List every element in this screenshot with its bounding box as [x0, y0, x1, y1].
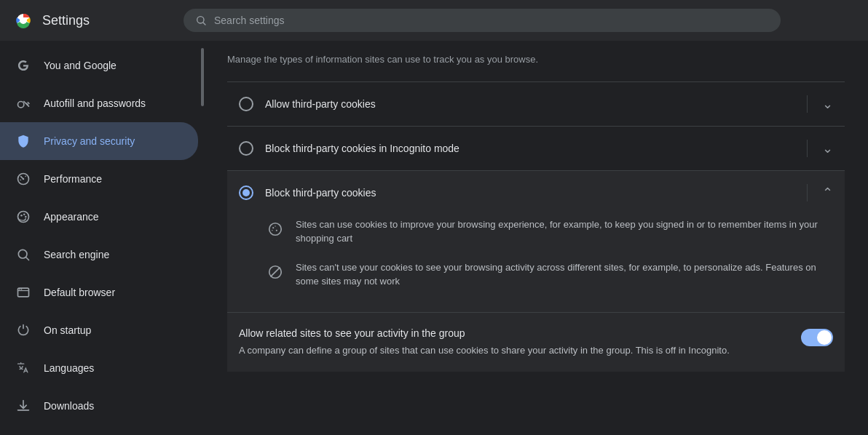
search-icon	[195, 15, 207, 26]
svg-line-12	[26, 258, 29, 260]
sidebar-label-default-browser: Default browser	[44, 287, 115, 298]
power-icon	[15, 322, 32, 339]
browser-icon	[15, 284, 32, 301]
svg-point-4	[18, 102, 24, 108]
chevron-down-icon: ⌄	[822, 96, 833, 112]
sidebar-label-on-startup: On startup	[44, 324, 91, 336]
shield-icon	[15, 132, 32, 150]
chevron-down-icon-2: ⌄	[822, 140, 833, 156]
sidebar-item-default-browser[interactable]: Default browser	[0, 274, 198, 311]
expanded-text-2: Sites can't use your cookies to see your…	[296, 260, 833, 289]
sidebar-label-downloads: Downloads	[44, 400, 94, 412]
topbar: Settings	[0, 0, 868, 41]
sidebar-item-performance[interactable]: Performance	[0, 160, 198, 198]
sidebar-label-search-engine: Search engine	[44, 249, 109, 260]
toggle-knob	[817, 330, 832, 345]
cookie-options: Allow third-party cookies ⌄ Block third-…	[227, 81, 845, 312]
activity-desc: A company can define a group of sites th…	[239, 343, 789, 358]
radio-allow[interactable]	[239, 97, 253, 111]
svg-line-23	[271, 268, 280, 276]
scrollbar-thumb	[201, 48, 204, 106]
cookie-option-allow[interactable]: Allow third-party cookies ⌄	[227, 81, 845, 127]
svg-point-10	[25, 216, 27, 218]
sidebar-item-on-startup[interactable]: On startup	[0, 311, 198, 349]
key-icon	[15, 95, 32, 112]
cookie-option-block-all[interactable]: Block third-party cookies ⌃	[227, 171, 845, 312]
activity-section: Allow related sites to see your activity…	[227, 312, 845, 372]
sidebar-item-autofill-and-passwords[interactable]: Autofill and passwords	[0, 84, 198, 122]
svg-point-18	[272, 227, 274, 228]
cookie-option-block-header: Block third-party cookies ⌃	[239, 184, 833, 201]
expanded-item-2: Sites can't use your cookies to see your…	[265, 253, 833, 296]
sidebar-item-you-and-google[interactable]: You and Google	[0, 47, 198, 84]
svg-point-8	[20, 215, 23, 217]
option-label-block-all: Block third-party cookies	[265, 187, 798, 199]
activity-text-block: Allow related sites to see your activity…	[239, 327, 789, 358]
content-inner: Manage the types of information sites ca…	[204, 41, 868, 395]
gauge-icon	[15, 170, 32, 188]
svg-point-16	[21, 289, 23, 290]
main-layout: You and Google Autofill and passwords	[0, 41, 868, 435]
sidebar-item-downloads[interactable]: Downloads	[0, 387, 198, 425]
expanded-text-1: Sites can use cookies to improve your br…	[296, 218, 833, 246]
expanded-content: Sites can use cookies to improve your br…	[239, 201, 833, 299]
option-label-block-incognito: Block third-party cookies in Incognito m…	[265, 143, 798, 154]
svg-point-21	[272, 230, 272, 231]
settings-title: Settings	[42, 13, 90, 28]
search-input[interactable]	[214, 15, 769, 26]
sidebar-label-performance: Performance	[44, 173, 102, 185]
svg-point-17	[269, 223, 282, 235]
palette-icon	[15, 208, 32, 226]
logo-area: Settings	[12, 9, 172, 32]
sidebar-label-privacy: Privacy and security	[44, 135, 135, 147]
sidebar-label-languages: Languages	[44, 362, 94, 374]
cookie-option-block-incognito[interactable]: Block third-party cookies in Incognito m…	[227, 127, 845, 171]
radio-inner	[242, 189, 250, 196]
cookie-option-allow-header: Allow third-party cookies ⌄	[239, 95, 833, 113]
manage-text: Manage the types of information sites ca…	[227, 52, 845, 67]
google-icon	[15, 57, 32, 74]
block-icon	[265, 262, 285, 282]
sidebar-item-search-engine[interactable]: Search engine	[0, 236, 198, 274]
radio-block-all[interactable]	[239, 185, 253, 200]
divider-3	[807, 184, 808, 201]
sidebar-label-autofill: Autofill and passwords	[44, 97, 146, 109]
divider-2	[807, 140, 808, 157]
option-label-allow: Allow third-party cookies	[265, 98, 798, 110]
activity-title: Allow related sites to see your activity…	[239, 327, 789, 339]
activity-toggle[interactable]	[801, 329, 833, 346]
svg-line-3	[203, 23, 205, 25]
svg-point-19	[276, 229, 277, 231]
expanded-item-1: Sites can use cookies to improve your br…	[265, 210, 833, 253]
svg-point-6	[23, 178, 25, 180]
radio-block-incognito[interactable]	[239, 141, 253, 156]
svg-point-20	[275, 226, 275, 226]
divider	[807, 95, 808, 113]
sidebar-item-privacy-and-security[interactable]: Privacy and security	[0, 122, 198, 160]
sidebar-label-you-and-google: You and Google	[44, 60, 117, 71]
chevron-up-icon: ⌃	[822, 185, 833, 201]
sidebar-item-languages[interactable]: Languages	[0, 349, 198, 387]
download-icon	[15, 397, 32, 415]
sidebar: You and Google Autofill and passwords	[0, 41, 204, 435]
search-engine-icon	[15, 246, 32, 263]
svg-point-9	[23, 213, 25, 215]
sidebar-item-appearance[interactable]: Appearance	[0, 198, 198, 236]
activity-header: Allow related sites to see your activity…	[239, 327, 833, 358]
search-bar[interactable]	[184, 9, 781, 32]
svg-point-1	[20, 17, 27, 24]
content-area: Manage the types of information sites ca…	[204, 41, 868, 435]
cookie-option-incognito-header: Block third-party cookies in Incognito m…	[239, 140, 833, 157]
cookie-icon	[265, 219, 285, 239]
svg-point-15	[19, 289, 20, 290]
chrome-logo-icon	[12, 9, 35, 32]
translate-icon	[15, 359, 32, 377]
sidebar-label-appearance: Appearance	[44, 211, 99, 223]
